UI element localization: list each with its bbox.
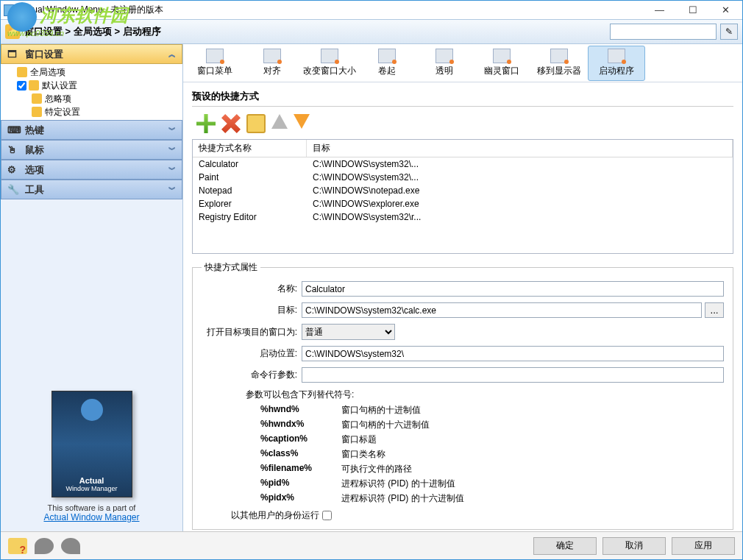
add-button[interactable]	[196, 114, 216, 133]
startin-label: 启动位置:	[202, 347, 297, 360]
maximize-button[interactable]: ☐	[676, 1, 709, 19]
param-row: %filename%可执行文件的路径	[260, 463, 724, 475]
titlebar: Actual Window Menu - 未注册的版本 ― ☐ ✕	[1, 1, 742, 19]
move-down-button[interactable]	[294, 114, 310, 129]
minimize-button[interactable]: ―	[643, 1, 676, 19]
param-row: %hwndx%窗口句柄的十六进制值	[260, 419, 724, 431]
tree: 全局选项 默认设置 忽略项 特定设置	[1, 64, 182, 120]
content-area[interactable]: 预设的快捷方式 快捷方式名称 目标 CalculatorC:\WINDOWS\s…	[183, 82, 742, 531]
tb-rollup[interactable]: 卷起	[358, 46, 416, 81]
copy-button[interactable]	[246, 114, 266, 133]
tree-item-specific[interactable]: 特定设置	[4, 105, 179, 118]
chevron-up-icon: ︽	[168, 49, 176, 60]
name-label: 名称:	[202, 283, 297, 295]
sidebar-section-tools[interactable]: 🔧 工具 ︾	[1, 180, 182, 199]
sidebar-section-hotkeys[interactable]: ⌨ 热键 ︾	[1, 120, 182, 140]
sidebar: 🗔 窗口设置 ︽ 全局选项 默认设置 忽略项	[1, 44, 183, 531]
toolbar: 窗口菜单 对齐 改变窗口大小 卷起 透明 幽灵窗口 移到显示器 启动程序	[183, 44, 742, 82]
ghost-icon	[493, 49, 511, 63]
list-row[interactable]: Registry EditorC:\WINDOWS\system32\r...	[193, 210, 733, 224]
browse-button[interactable]: ...	[705, 302, 724, 318]
target-label: 目标:	[202, 304, 297, 316]
tb-ghost[interactable]: 幽灵窗口	[473, 46, 530, 81]
open-select[interactable]: 普通	[302, 324, 395, 340]
apply-button[interactable]: 应用	[672, 537, 735, 555]
folder-icon	[32, 93, 42, 104]
list-row[interactable]: PaintC:\WINDOWS\system32\...	[193, 171, 733, 184]
properties-fieldset: 快捷方式属性 名称: 目标: ... 打开目标项目的窗口为: 普通	[192, 261, 733, 530]
redo-button[interactable]	[61, 538, 80, 554]
breadcrumb: 窗口设置 > 全局选项 > 启动程序	[24, 25, 610, 38]
promo-panel: Actual Window Manager This software is a…	[1, 382, 182, 531]
tb-launch[interactable]: 启动程序	[588, 46, 645, 81]
help-button[interactable]	[8, 538, 27, 554]
name-input[interactable]	[302, 281, 724, 297]
folder-icon	[17, 67, 27, 77]
tb-move-monitor[interactable]: 移到显示器	[530, 46, 588, 81]
delete-button[interactable]	[221, 114, 241, 133]
chevron-down-icon: ︾	[168, 125, 176, 135]
bottom-bar: 确定 取消 应用	[1, 531, 742, 559]
tree-item-ignore[interactable]: 忽略项	[4, 92, 179, 105]
param-row: %class%窗口类名称	[260, 448, 724, 461]
runas-label: 以其他用户的身份运行	[231, 509, 319, 522]
rollup-icon	[378, 49, 396, 63]
startin-input[interactable]	[302, 346, 724, 361]
param-row: %pidx%进程标识符 (PID) 的十六进制值	[260, 492, 724, 505]
ok-button[interactable]: 确定	[533, 537, 597, 555]
param-help-title: 参数可以包含下列替代符号:	[246, 389, 724, 401]
col-name-header[interactable]: 快捷方式名称	[193, 140, 307, 157]
col-target-header[interactable]: 目标	[307, 140, 733, 157]
close-button[interactable]: ✕	[709, 1, 742, 19]
window-title: Actual Window Menu - 未注册的版本	[20, 4, 163, 16]
launch-icon	[608, 49, 625, 63]
args-label: 命令行参数:	[202, 369, 297, 381]
cancel-button[interactable]: 取消	[602, 537, 666, 555]
gear-icon: ⚙	[7, 164, 21, 176]
sidebar-section-window[interactable]: 🗔 窗口设置 ︽	[1, 44, 182, 64]
app-icon	[4, 4, 15, 16]
tb-resize[interactable]: 改变窗口大小	[301, 46, 358, 81]
sidebar-section-mouse[interactable]: 🖱 鼠标 ︾	[1, 140, 182, 160]
chevron-down-icon: ︾	[168, 165, 176, 175]
chevron-down-icon: ︾	[168, 185, 176, 195]
move-up-button[interactable]	[271, 114, 288, 129]
param-row: %hwnd%窗口句柄的十进制值	[260, 404, 724, 417]
menu-icon	[206, 49, 224, 63]
tb-align[interactable]: 对齐	[243, 46, 301, 81]
shortcut-list: 快捷方式名称 目标 CalculatorC:\WINDOWS\system32\…	[192, 139, 733, 254]
folder-icon	[29, 80, 39, 91]
resize-icon	[321, 49, 338, 63]
tree-item-default[interactable]: 默认设置	[4, 79, 179, 92]
window-icon: 🗔	[7, 49, 21, 60]
folder-icon	[32, 107, 42, 117]
properties-legend: 快捷方式属性	[202, 261, 260, 274]
runas-checkbox[interactable]	[322, 511, 332, 520]
target-input[interactable]	[302, 302, 702, 318]
promo-link[interactable]: Actual Window Manager	[43, 512, 139, 522]
list-row[interactable]: CalculatorC:\WINDOWS\system32\...	[193, 157, 733, 171]
list-row[interactable]: NotepadC:\WINDOWS\notepad.exe	[193, 184, 733, 197]
tb-window-menu[interactable]: 窗口菜单	[186, 46, 243, 81]
search-button[interactable]: ✎	[720, 24, 738, 40]
product-box-image: Actual Window Manager	[51, 391, 132, 497]
tb-transparent[interactable]: 透明	[416, 46, 473, 81]
breadcrumb-icon: 📁	[5, 24, 20, 39]
monitor-icon	[550, 49, 568, 63]
mouse-icon: 🖱	[7, 144, 21, 156]
param-row: %pid%进程标识符 (PID) 的十进制值	[260, 478, 724, 490]
transparent-icon	[436, 49, 453, 63]
args-input[interactable]	[302, 367, 724, 383]
search-input[interactable]	[610, 24, 717, 40]
open-label: 打开目标项目的窗口为:	[202, 326, 297, 339]
chevron-down-icon: ︾	[168, 145, 176, 155]
sidebar-section-options[interactable]: ⚙ 选项 ︾	[1, 160, 182, 180]
list-row[interactable]: ExplorerC:\WINDOWS\explorer.exe	[193, 197, 733, 210]
tree-item-global[interactable]: 全局选项	[4, 65, 179, 79]
promo-text: This software is a part of	[10, 503, 174, 512]
tools-icon: 🔧	[7, 184, 21, 196]
breadcrumb-bar: 📁 窗口设置 > 全局选项 > 启动程序 ✎	[1, 19, 742, 44]
section-title: 预设的快捷方式	[192, 87, 733, 107]
default-checkbox[interactable]	[17, 81, 26, 91]
undo-button[interactable]	[35, 538, 54, 554]
